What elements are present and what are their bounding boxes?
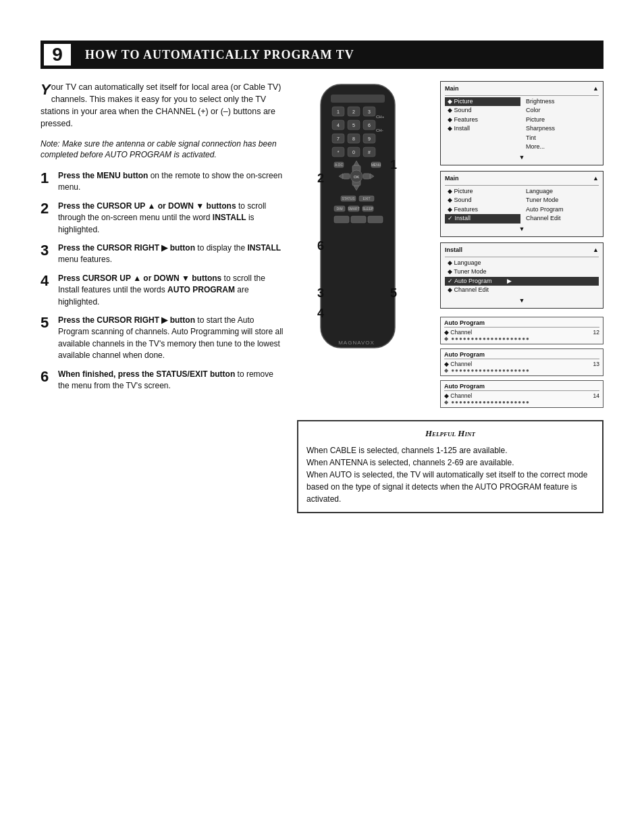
svg-text:STATUS: STATUS — [342, 197, 356, 201]
menu-box-1: Main ▲ ◆ Picture ◆ Sound ◆ Features ◆ In… — [440, 81, 603, 165]
svg-text:9: 9 — [368, 136, 371, 141]
svg-text:DIM: DIM — [336, 207, 342, 211]
svg-text:MENU: MENU — [371, 163, 381, 167]
svg-text:3: 3 — [368, 109, 371, 114]
drop-cap: Y — [41, 82, 51, 97]
svg-text:0: 0 — [352, 150, 355, 155]
step-5-number: 5 — [41, 315, 53, 330]
svg-text:2: 2 — [352, 109, 355, 114]
step-6-number: 6 — [41, 369, 53, 384]
step-4: 4 Press CURSOR UP ▲ or DOWN ▼ buttons to… — [41, 273, 284, 308]
svg-text:MAGNAVOX: MAGNAVOX — [338, 340, 375, 346]
menu-box-3: Install ▲ ◆ Language ◆ Tuner Mode ✓ Auto… — [440, 242, 603, 309]
svg-text:3: 3 — [317, 286, 324, 300]
step-4-text: Press CURSOR UP ▲ or DOWN ▼ buttons to s… — [58, 273, 284, 308]
step-1: 1 Press the MENU button on the remote to… — [41, 170, 284, 194]
hint-text: When CABLE is selected, channels 1-125 a… — [306, 444, 594, 505]
menu-box-2: Main ▲ ◆ Picture ◆ Sound ◆ Features ✓ In… — [440, 171, 603, 237]
menu-box-2-title: Main ▲ — [445, 174, 599, 186]
hint-line-3: When AUTO is selected, the TV will autom… — [306, 470, 587, 504]
right-column: 123 456 789 *0# CH+ CH- — [297, 81, 603, 513]
left-column: Your TV can automatically set itself for… — [41, 81, 284, 513]
menu-screenshots: Main ▲ ◆ Picture ◆ Sound ◆ Features ◆ In… — [440, 81, 603, 408]
hint-line-1: When CABLE is selected, channels 1-125 a… — [306, 446, 508, 455]
hint-line-2: When ANTENNA is selected, channels 2-69 … — [306, 458, 514, 467]
hint-title: Helpful Hint — [306, 428, 594, 439]
hint-box: Helpful Hint When CABLE is selected, cha… — [297, 420, 603, 513]
svg-text:8: 8 — [352, 136, 355, 141]
svg-text:4: 4 — [317, 307, 324, 320]
svg-text:5: 5 — [352, 123, 355, 128]
svg-rect-53 — [351, 216, 366, 223]
steps-list: 1 Press the MENU button on the remote to… — [41, 170, 284, 392]
intro-body: our TV can automatically set itself for … — [41, 82, 281, 128]
page-title: How to Automatically Program TV — [74, 48, 354, 62]
svg-text:4: 4 — [337, 123, 340, 128]
svg-text:EXIT: EXIT — [363, 197, 370, 201]
intro-text: Your TV can automatically set itself for… — [41, 81, 284, 130]
step-3-text: Press the CURSOR RIGHT ▶ button to displ… — [58, 242, 284, 266]
svg-text:*: * — [338, 150, 340, 155]
svg-rect-35 — [363, 174, 370, 179]
scan-boxes: Auto Program ◆ Channel 12 ◆ ●●●●●●●●●●●●… — [440, 317, 603, 408]
scan-box-2: Auto Program ◆ Channel 13 ◆ ●●●●●●●●●●●●… — [440, 348, 603, 376]
svg-text:5: 5 — [390, 286, 397, 300]
svg-text:SLEEP: SLEEP — [363, 207, 374, 211]
svg-rect-1 — [331, 95, 385, 103]
scan-box-2-title: Auto Program — [444, 351, 599, 359]
step-2-number: 2 — [41, 201, 53, 216]
step-4-number: 4 — [41, 273, 53, 288]
svg-text:CH+: CH+ — [376, 115, 385, 119]
page-header: 9 How to Automatically Program TV — [41, 41, 603, 69]
step-2-text: Press the CURSOR UP ▲ or DOWN ▼ buttons … — [58, 201, 284, 236]
scan-box-3: Auto Program ◆ Channel 14 ◆ ●●●●●●●●●●●●… — [440, 380, 603, 408]
step-3: 3 Press the CURSOR RIGHT ▶ button to dis… — [41, 242, 284, 266]
note-text: Note: Make sure the antenna or cable sig… — [41, 138, 284, 161]
step-2: 2 Press the CURSOR UP ▲ or DOWN ▼ button… — [41, 201, 284, 236]
remote-area: 123 456 789 *0# CH+ CH- — [297, 81, 432, 408]
step-6-text: When finished, press the STATUS/EXIT but… — [58, 369, 284, 392]
scan-box-1-title: Auto Program — [444, 319, 599, 328]
step-6: 6 When finished, press the STATUS/EXIT b… — [41, 369, 284, 392]
menu-box-3-title: Install ▲ — [445, 246, 599, 257]
svg-text:OK: OK — [354, 175, 360, 179]
svg-rect-52 — [334, 216, 349, 223]
svg-text:1: 1 — [337, 109, 340, 114]
step-5-text: Press the CURSOR RIGHT ▶ button to start… — [58, 315, 284, 362]
svg-rect-33 — [343, 174, 350, 179]
svg-text:SMART: SMART — [348, 207, 359, 211]
svg-text:6: 6 — [368, 123, 371, 128]
menu-box-1-title: Main ▲ — [445, 84, 599, 96]
step-3-number: 3 — [41, 243, 53, 258]
step-1-number: 1 — [41, 171, 53, 186]
svg-text:A.OC: A.OC — [335, 163, 344, 167]
svg-text:6: 6 — [317, 239, 324, 253]
svg-rect-54 — [368, 216, 383, 223]
svg-text:#: # — [368, 150, 371, 155]
scan-box-3-title: Auto Program — [444, 383, 599, 391]
step-1-text: Press the MENU button on the remote to s… — [58, 170, 284, 194]
svg-text:2: 2 — [317, 172, 324, 185]
page-number: 9 — [43, 43, 72, 67]
remote-svg: 123 456 789 *0# CH+ CH- — [297, 81, 432, 371]
svg-text:7: 7 — [337, 136, 340, 141]
svg-text:1: 1 — [390, 158, 397, 172]
right-top: 123 456 789 *0# CH+ CH- — [297, 81, 603, 408]
main-content: Your TV can automatically set itself for… — [41, 81, 603, 513]
scan-box-1: Auto Program ◆ Channel 12 ◆ ●●●●●●●●●●●●… — [440, 317, 603, 344]
svg-text:CH-: CH- — [376, 128, 383, 132]
step-5: 5 Press the CURSOR RIGHT ▶ button to sta… — [41, 315, 284, 362]
